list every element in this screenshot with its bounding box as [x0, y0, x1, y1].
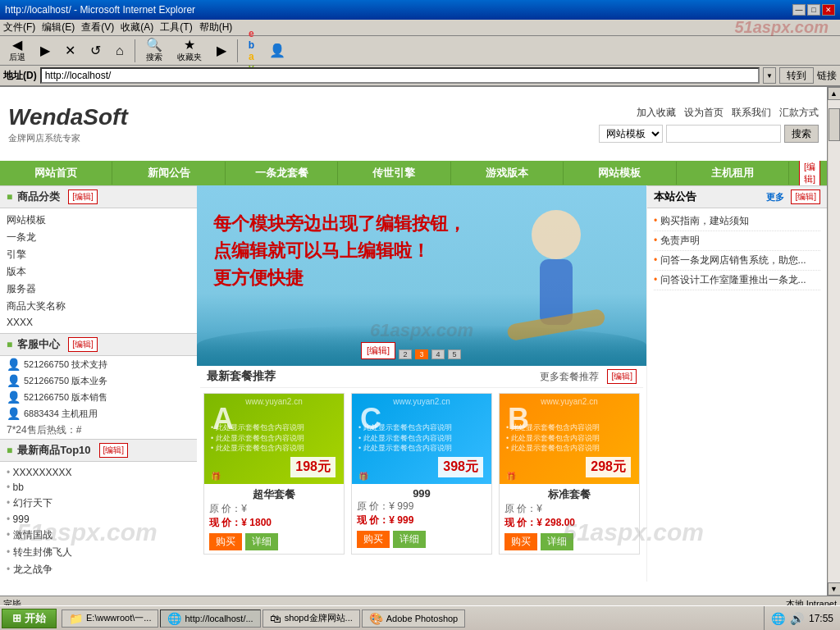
detail-button-a[interactable]: 详细	[245, 533, 278, 550]
menu-view[interactable]: 查看(V)	[81, 21, 114, 34]
nav-home[interactable]: 网站首页	[0, 162, 112, 185]
products-edit-button[interactable]: [编辑]	[607, 369, 637, 384]
cs-text-3[interactable]: 6883434 主机租用	[24, 408, 98, 420]
link-set-homepage[interactable]: 设为首页	[684, 106, 724, 120]
menu-file[interactable]: 文件(F)	[3, 21, 35, 34]
cs-user-icon-1: 👤	[7, 374, 21, 387]
menu-edit[interactable]: 编辑(E)	[42, 21, 75, 34]
search-submit-button[interactable]: 搜索	[784, 125, 819, 143]
scroll-down-arrow[interactable]: ▼	[828, 582, 841, 596]
close-button[interactable]: ✕	[822, 4, 835, 16]
cs-text-2[interactable]: 521266750 版本销售	[24, 391, 107, 404]
refresh-button[interactable]: ↺	[84, 42, 107, 60]
windows-logo-icon: ⊞	[12, 612, 21, 624]
back-button[interactable]: ◀ 后退	[3, 36, 31, 66]
link-contact[interactable]: 联系我们	[732, 106, 771, 120]
taskbar-item-ie[interactable]: 🌐 http://localhost/...	[160, 609, 260, 628]
go-button[interactable]: 转到	[779, 67, 814, 84]
category-item-4[interactable]: 服务器	[7, 281, 190, 298]
pkg-desc-lines-a: • 此处显示套餐包含内容说明 • 此处显示套餐包含内容说明 • 此处显示套餐包含…	[211, 422, 304, 454]
nav-edit-button[interactable]: [编辑]	[799, 159, 820, 187]
banner-dot-2[interactable]: 2	[399, 349, 412, 359]
media-button[interactable]: ▶	[211, 42, 232, 60]
scroll-thumb[interactable]	[829, 108, 840, 141]
cs-edit-button[interactable]: [编辑]	[68, 337, 98, 352]
cs-hotline: 7*24售后热线：#	[0, 422, 197, 439]
minimize-button[interactable]: —	[792, 4, 806, 16]
taskbar-item-explorer[interactable]: 📁 E:\wwwroot\一...	[62, 609, 158, 628]
links-label[interactable]: 链接	[817, 69, 837, 83]
cs-text-1[interactable]: 521266750 版本业务	[24, 375, 107, 387]
nav-package[interactable]: 一条龙套餐	[226, 162, 338, 185]
forward-button[interactable]: ▶	[34, 42, 56, 60]
search-category-dropdown[interactable]: 网站模板	[599, 125, 663, 143]
media-icon: ▶	[217, 44, 226, 57]
more-packages-text[interactable]: 更多套餐推荐	[540, 370, 599, 384]
maximize-button[interactable]: □	[807, 4, 820, 16]
top10-item-1[interactable]: bb	[7, 480, 190, 495]
top10-item-4[interactable]: 激情国战	[7, 527, 190, 544]
buy-button-b[interactable]: 购买	[504, 533, 537, 550]
address-dropdown[interactable]: ▼	[763, 67, 776, 84]
top10-item-3[interactable]: 999	[7, 512, 190, 527]
announcement-title: 本站公告 更多 [编辑]	[647, 185, 827, 208]
banner: 每个模块旁边出现了编辑按钮， 点编辑就可以马上编辑啦！ 更方便快捷 61aspx…	[197, 185, 646, 366]
category-edit-button[interactable]: [编辑]	[68, 189, 98, 204]
category-item-1[interactable]: 一条龙	[7, 229, 190, 246]
favorites-button[interactable]: ★ 收藏夹	[171, 36, 208, 66]
top10-item-5[interactable]: 转生封佛飞人	[7, 544, 190, 561]
top-right-area: 加入收藏 设为首页 联系我们 汇款方式 网站模板 搜索	[599, 106, 819, 143]
person-head	[532, 210, 581, 259]
nav-hosting[interactable]: 主机租用	[677, 162, 789, 185]
top10-item-2[interactable]: 幻行天下	[7, 495, 190, 512]
separator-1	[135, 39, 135, 62]
top10-item-0[interactable]: XXXXXXXXX	[7, 465, 190, 480]
category-item-0[interactable]: 网站模板	[7, 212, 190, 229]
nav-game[interactable]: 游戏版本	[451, 162, 564, 185]
detail-button-b[interactable]: 详细	[541, 533, 573, 550]
address-input[interactable]	[40, 67, 760, 84]
home-button[interactable]: ⌂	[110, 42, 130, 60]
user-button[interactable]: 👤	[263, 42, 291, 60]
announce-item-2[interactable]: 问答一条龙网店销售系统，助您...	[654, 251, 820, 271]
banner-dot-5[interactable]: 5	[448, 349, 461, 359]
link-add-favorite[interactable]: 加入收藏	[637, 106, 676, 120]
banner-dot-4[interactable]: 4	[431, 349, 445, 359]
buy-button-a[interactable]: 购买	[209, 533, 242, 550]
category-item-5[interactable]: 商品大奖名称	[7, 298, 190, 315]
announce-item-3[interactable]: 问答设计工作室隆重推出一条龙...	[654, 271, 820, 290]
more-link[interactable]: 更多	[766, 191, 784, 203]
detail-button-c[interactable]: 详细	[393, 531, 426, 548]
scroll-up-arrow[interactable]: ▲	[828, 87, 841, 100]
vertical-scrollbar: ▲ ▼	[827, 87, 840, 596]
nav-news[interactable]: 新闻公告	[112, 162, 225, 185]
category-item-6[interactable]: XXXX	[7, 315, 190, 330]
search-input[interactable]	[666, 125, 781, 143]
link-payment[interactable]: 汇款方式	[779, 106, 819, 120]
search-button[interactable]: 🔍 搜索	[140, 36, 168, 66]
stop-button[interactable]: ✕	[59, 42, 81, 60]
top10-item-6[interactable]: 龙之战争	[7, 561, 190, 578]
start-button[interactable]: ⊞ 开始	[2, 609, 57, 628]
banner-edit-button[interactable]: [编辑]	[361, 342, 395, 359]
menu-help[interactable]: 帮助(H)	[199, 21, 233, 34]
nav-template[interactable]: 网站模板	[564, 162, 676, 185]
announce-item-0[interactable]: 购买指南，建站须知	[654, 212, 820, 231]
category-item-2[interactable]: 引擎	[7, 246, 190, 263]
banner-dot-3[interactable]: 3	[415, 349, 428, 359]
category-item-3[interactable]: 版本	[7, 263, 190, 281]
announce-item-1[interactable]: 免责声明	[654, 231, 820, 251]
menu-favorites[interactable]: 收藏(A)	[121, 21, 153, 34]
nav-engine[interactable]: 传世引擎	[338, 162, 450, 185]
menu-tools[interactable]: 工具(T)	[160, 21, 192, 34]
taskbar-label-3: Adobe Photoshop	[386, 614, 458, 623]
pkg-price-b: 298元	[586, 457, 631, 477]
cs-text-0[interactable]: 521266750 技术支持	[24, 358, 107, 371]
taskbar-item-shop[interactable]: 🛍 shopd金牌网站...	[262, 609, 360, 628]
taskbar-item-photoshop[interactable]: 🎨 Adobe Photoshop	[362, 609, 465, 628]
buy-button-c[interactable]: 购买	[357, 531, 390, 548]
logo-title: WendaSoft	[8, 104, 128, 130]
top10-edit-button[interactable]: [编辑]	[99, 443, 129, 458]
photoshop-icon: 🎨	[369, 612, 383, 625]
announce-edit-button[interactable]: [编辑]	[791, 189, 820, 204]
